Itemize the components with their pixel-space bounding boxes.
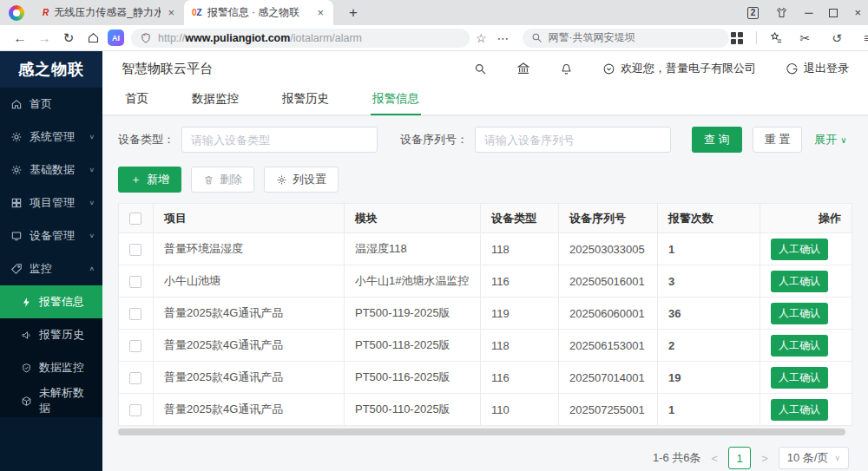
tab-favicon: R bbox=[43, 8, 49, 17]
table-toolbar: ＋ 新增 删除 列设置 bbox=[118, 167, 852, 193]
menu-icon[interactable]: ≡ bbox=[859, 31, 868, 45]
tab-title: 报警信息 · 感之物联 bbox=[207, 5, 311, 20]
row-checkbox[interactable] bbox=[129, 372, 141, 384]
tab-data-monitor[interactable]: 数据监控 bbox=[190, 91, 240, 115]
table-row: 普量2025款4G通讯产品 PT500-116-2025版 116 202507… bbox=[119, 362, 852, 394]
sidebar-subitem-unparsed-data[interactable]: 未解析数据 bbox=[0, 384, 102, 417]
browser-home-icon[interactable] bbox=[82, 31, 104, 44]
address-bar[interactable]: http://www.puliangiot.com/iotalarm/alarm bbox=[131, 29, 470, 48]
forward-icon[interactable]: → bbox=[33, 30, 56, 45]
prev-page-icon[interactable]: < bbox=[710, 452, 720, 465]
lightning-icon bbox=[21, 297, 32, 308]
search-hint-text: 网警·共筑网安堤坝 bbox=[549, 30, 635, 45]
alarm-table: 项目 模块 设备类型 设备序列号 报警次数 操作 普量环境温湿 bbox=[118, 203, 852, 426]
ai-assistant-icon[interactable]: AI bbox=[108, 29, 124, 46]
shield-warning-icon[interactable] bbox=[140, 32, 152, 44]
manual-confirm-button[interactable]: 人工确认 bbox=[771, 239, 828, 260]
portal-building-icon[interactable] bbox=[516, 62, 530, 75]
sidebar-item-base-data[interactable]: 基础数据 ∨ bbox=[0, 154, 102, 186]
favorites-list-icon[interactable] bbox=[770, 31, 783, 44]
bell-icon[interactable] bbox=[560, 62, 573, 75]
page-number[interactable]: 1 bbox=[728, 447, 751, 469]
header-search-icon[interactable] bbox=[474, 62, 487, 75]
browser-navbar: ← → ↻ AI http://www.puliangiot.com/iotal… bbox=[0, 25, 868, 51]
grid-icon bbox=[10, 197, 23, 209]
row-checkbox[interactable] bbox=[129, 308, 141, 320]
minimize-button[interactable]: ─ bbox=[805, 6, 812, 19]
back-icon[interactable]: ← bbox=[9, 30, 31, 45]
row-checkbox[interactable] bbox=[129, 276, 141, 288]
manual-confirm-button[interactable]: 人工确认 bbox=[771, 367, 828, 389]
refresh-icon[interactable]: ↻ bbox=[57, 30, 80, 46]
chevron-down-icon: ∨ bbox=[89, 232, 95, 239]
browser-logo-icon[interactable] bbox=[9, 5, 24, 21]
cell-device-type: 116 bbox=[481, 362, 559, 394]
sidebar-subitem-alarm-info[interactable]: 报警信息 bbox=[0, 285, 102, 318]
more-options-icon[interactable]: ⋯ bbox=[493, 31, 514, 45]
browser-window: R 无线压力传感器_静力水准仪_ × 0Z 报警信息 · 感之物联 × + 2 … bbox=[0, 0, 868, 471]
cell-serial: 202506153001 bbox=[559, 330, 658, 362]
tab-count-badge[interactable]: 2 bbox=[747, 7, 760, 19]
tab-alarm-history[interactable]: 报警历史 bbox=[280, 91, 331, 115]
reset-button[interactable]: 重 置 bbox=[753, 127, 803, 153]
next-page-icon[interactable]: > bbox=[760, 452, 770, 465]
add-button[interactable]: ＋ 新增 bbox=[118, 167, 181, 193]
home-icon bbox=[10, 98, 23, 110]
apps-grid-icon[interactable] bbox=[731, 32, 743, 44]
new-tab-button[interactable]: + bbox=[344, 4, 363, 22]
row-checkbox[interactable] bbox=[129, 404, 141, 416]
manual-confirm-button[interactable]: 人工确认 bbox=[771, 399, 828, 421]
manual-confirm-button[interactable]: 人工确认 bbox=[771, 335, 828, 357]
manual-confirm-button[interactable]: 人工确认 bbox=[771, 271, 828, 292]
bookmark-star-icon[interactable]: ☆ bbox=[471, 31, 491, 45]
monitor-icon bbox=[10, 230, 23, 242]
col-module: 模块 bbox=[345, 204, 481, 233]
expand-link[interactable]: 展开 ∨ bbox=[814, 132, 846, 147]
chevron-down-icon: ∨ bbox=[840, 135, 846, 145]
chevron-up-icon: ∧ bbox=[89, 265, 95, 272]
row-checkbox[interactable] bbox=[129, 244, 141, 256]
sidebar-item-home[interactable]: 首页 bbox=[0, 88, 102, 121]
tab-favicon: 0Z bbox=[192, 8, 202, 17]
cell-project: 普量2025款4G通讯产品 bbox=[154, 394, 345, 426]
speaker-icon bbox=[21, 330, 32, 341]
pagination-total: 1-6 共6条 bbox=[653, 450, 701, 466]
tab-close-icon[interactable]: × bbox=[166, 6, 176, 19]
sidebar-item-monitor[interactable]: 监控 ∧ bbox=[0, 252, 102, 285]
page-size-select[interactable]: 10 条/页 ∨ bbox=[779, 447, 849, 469]
column-settings-button[interactable]: 列设置 bbox=[264, 167, 339, 193]
tag-icon bbox=[10, 263, 23, 275]
table-row: 普量环境温湿度 温湿度118 118 202503033005 1 人工确认 bbox=[119, 233, 852, 265]
browser-tab-sensor[interactable]: R 无线压力传感器_静力水准仪_ × bbox=[35, 0, 184, 25]
row-checkbox[interactable] bbox=[129, 340, 141, 352]
sidebar-subitem-data-monitor[interactable]: 数据监控 bbox=[0, 351, 102, 384]
delete-button[interactable]: 删除 bbox=[191, 167, 254, 193]
account-circle-icon bbox=[602, 62, 615, 75]
serial-input[interactable] bbox=[475, 127, 671, 153]
sidebar-subitem-alarm-history[interactable]: 报警历史 bbox=[0, 318, 102, 351]
device-type-input[interactable] bbox=[181, 127, 378, 153]
cell-device-type: 118 bbox=[481, 233, 559, 265]
tab-alarm-info[interactable]: 报警信息 bbox=[371, 91, 421, 115]
manual-confirm-button[interactable]: 人工确认 bbox=[771, 303, 828, 324]
scrollbar-thumb[interactable] bbox=[118, 428, 845, 435]
browser-tab-alarm-active[interactable]: 0Z 报警信息 · 感之物联 × bbox=[184, 0, 333, 25]
cell-module: 温湿度118 bbox=[345, 233, 481, 265]
sidebar-item-device-mgmt[interactable]: 设备管理 ∨ bbox=[0, 219, 102, 252]
url-text[interactable]: http://www.puliangiot.com/iotalarm/alarm bbox=[158, 32, 362, 44]
account-menu[interactable]: 欢迎您，普量电子有限公司 bbox=[602, 61, 756, 76]
restore-history-icon[interactable]: ↺ bbox=[827, 31, 846, 45]
select-all-checkbox[interactable] bbox=[129, 213, 141, 225]
tab-home[interactable]: 首页 bbox=[123, 91, 150, 115]
maximize-button[interactable] bbox=[829, 9, 838, 17]
screenshot-scissors-icon[interactable]: ✂ bbox=[796, 31, 815, 45]
logout-button[interactable]: 退出登录 bbox=[786, 61, 849, 76]
search-button[interactable]: 查 询 bbox=[692, 127, 742, 153]
sidebar-item-project-mgmt[interactable]: 项目管理 ∨ bbox=[0, 186, 102, 219]
close-window-button[interactable]: × bbox=[854, 6, 861, 19]
theme-shirt-icon[interactable] bbox=[775, 6, 788, 19]
content-area: 设备类型： 设备序列号： 查 询 重 置 展开 ∨ ＋ 新增 bbox=[102, 116, 868, 471]
tab-close-icon[interactable]: × bbox=[315, 6, 326, 19]
browser-search-box[interactable]: 网警·共筑网安堤坝 bbox=[523, 29, 729, 48]
sidebar-item-system-mgmt[interactable]: 系统管理 ∨ bbox=[0, 121, 102, 154]
